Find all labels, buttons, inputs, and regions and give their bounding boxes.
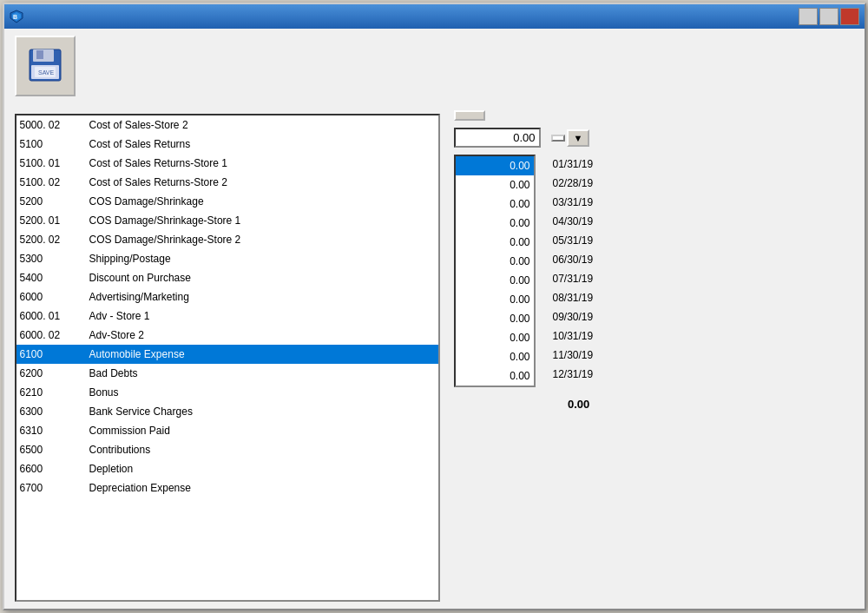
account-name: Bonus: [89, 386, 119, 399]
accounts-list-container: 5000. 02Cost of Sales-Store 25100Cost of…: [15, 114, 440, 602]
account-code: 5100. 02: [20, 176, 89, 188]
account-row[interactable]: 6000Advertising/Marketing: [16, 287, 438, 306]
account-row[interactable]: 5200. 02COS Damage/Shrinkage-Store 2: [16, 230, 438, 249]
account-name: COS Damage/Shrinkage-Store 2: [89, 234, 241, 246]
account-name: Cost of Sales-Store 2: [89, 119, 188, 131]
account-row[interactable]: 6600Depletion: [16, 459, 438, 478]
account-row[interactable]: 6300Bank Service Charges: [16, 402, 438, 421]
account-name: Adv-Store 2: [89, 329, 144, 341]
date-row: 06/30/19: [553, 250, 594, 269]
account-row[interactable]: 6500Contributions: [16, 440, 438, 459]
account-row[interactable]: 6100Automobile Expense: [16, 345, 438, 364]
account-row[interactable]: 5400Discount on Purchase: [16, 268, 438, 287]
account-code: 6500: [20, 444, 89, 456]
account-code: 5200. 01: [20, 214, 89, 227]
left-panel: 5000. 02Cost of Sales-Store 25100Cost of…: [15, 110, 440, 602]
content-area: SAVE 5000. 02Cost of Sales-Store 25100Co…: [4, 29, 865, 609]
values-box: 0.000.000.000.000.000.000.000.000.000.00…: [454, 155, 536, 387]
account-name: COS Damage/Shrinkage-Store 1: [89, 214, 241, 227]
date-row: 04/30/19: [553, 212, 594, 231]
account-code: 5100. 01: [20, 157, 89, 169]
value-row[interactable]: 0.00: [456, 328, 534, 347]
accounts-list[interactable]: 5000. 02Cost of Sales-Store 25100Cost of…: [16, 115, 438, 600]
account-name: Cost of Sales Returns-Store 2: [89, 176, 227, 188]
account-name: Bad Debts: [89, 367, 138, 379]
account-row[interactable]: 6000. 02Adv-Store 2: [16, 326, 438, 345]
date-row: 11/30/19: [553, 346, 594, 365]
account-row[interactable]: 6000. 01Adv - Store 1: [16, 306, 438, 326]
annualize-button[interactable]: [454, 110, 485, 121]
main-window: B SAVE: [3, 3, 866, 610]
account-code: 6000: [20, 291, 89, 303]
value-row[interactable]: 0.00: [456, 271, 534, 290]
value-row[interactable]: 0.00: [456, 309, 534, 328]
account-row[interactable]: 6210Bonus: [16, 383, 438, 402]
account-code: 5100: [20, 138, 89, 150]
date-row: 05/31/19: [553, 231, 594, 250]
dates-column: 01/31/1902/28/1903/31/1904/30/1905/31/19…: [553, 155, 594, 387]
title-bar: B: [4, 4, 865, 29]
title-bar-left: B: [10, 10, 29, 23]
account-code: 6700: [20, 482, 89, 494]
account-code: 5000. 02: [20, 119, 89, 131]
account-name: Cost of Sales Returns-Store 1: [89, 157, 227, 169]
value-row[interactable]: 0.00: [456, 156, 534, 175]
value-row[interactable]: 0.00: [456, 214, 534, 233]
right-panel: ▼ 0.000.000.000.000.000.000.000.000.000.…: [454, 110, 594, 602]
account-code: 6100: [20, 348, 89, 360]
account-row[interactable]: 5100. 01Cost of Sales Returns-Store 1: [16, 154, 438, 173]
account-name: Discount on Purchase: [89, 272, 191, 284]
account-row[interactable]: 5000. 02Cost of Sales-Store 2: [16, 115, 438, 135]
values-area: 0.000.000.000.000.000.000.000.000.000.00…: [454, 155, 594, 387]
date-row: 07/31/19: [553, 269, 594, 288]
account-name: COS Damage/Shrinkage: [89, 195, 204, 208]
annualize-row: [454, 110, 594, 121]
date-dropdown-arrow[interactable]: ▼: [567, 129, 590, 147]
account-row[interactable]: 5100Cost of Sales Returns: [16, 135, 438, 154]
value-row[interactable]: 0.00: [456, 366, 534, 386]
toolbar: SAVE: [15, 36, 854, 105]
svg-rect-5: [36, 50, 43, 59]
account-row[interactable]: 6700Depreciation Expense: [16, 478, 438, 498]
account-row[interactable]: 5200. 01COS Damage/Shrinkage-Store 1: [16, 211, 438, 230]
maximize-button[interactable]: [819, 8, 838, 25]
value-row[interactable]: 0.00: [456, 252, 534, 271]
account-code: 6000. 01: [20, 310, 89, 322]
svg-text:B: B: [13, 14, 17, 20]
account-row[interactable]: 5200COS Damage/Shrinkage: [16, 192, 438, 211]
app-icon: B: [10, 10, 23, 23]
account-code: 6310: [20, 425, 89, 437]
account-name: Advertising/Marketing: [89, 291, 189, 303]
date-row: 02/28/19: [553, 174, 594, 193]
save-button[interactable]: SAVE: [15, 36, 76, 96]
account-code: 5300: [20, 253, 89, 265]
date-row: 12/31/19: [553, 365, 594, 384]
account-name: Shipping/Postage: [89, 253, 171, 265]
date-row: 01/31/19: [553, 155, 594, 174]
account-code: 6210: [20, 386, 89, 399]
account-row[interactable]: 5300Shipping/Postage: [16, 249, 438, 268]
value-row[interactable]: 0.00: [456, 347, 534, 366]
close-button[interactable]: [840, 8, 859, 25]
account-row[interactable]: 6200Bad Debts: [16, 364, 438, 383]
date-row: 08/31/19: [553, 288, 594, 307]
date-row: 09/30/19: [553, 307, 594, 326]
account-name: Contributions: [89, 444, 151, 456]
amount-input[interactable]: [454, 128, 541, 148]
value-row[interactable]: 0.00: [456, 233, 534, 252]
value-row[interactable]: 0.00: [456, 194, 534, 214]
account-row[interactable]: 5100. 02Cost of Sales Returns-Store 2: [16, 173, 438, 192]
minimize-button[interactable]: [799, 8, 818, 25]
account-name: Automobile Expense: [89, 348, 185, 360]
account-code: 5200: [20, 195, 89, 208]
account-code: 6600: [20, 463, 89, 475]
account-code: 6300: [20, 405, 89, 418]
value-row[interactable]: 0.00: [456, 175, 534, 194]
account-code: 5200. 02: [20, 234, 89, 246]
date-row: 10/31/19: [553, 326, 594, 346]
account-row[interactable]: 6310Commission Paid: [16, 421, 438, 440]
value-row[interactable]: 0.00: [456, 290, 534, 309]
account-code: 6000. 02: [20, 329, 89, 341]
date-dropdown[interactable]: [551, 135, 565, 142]
floppy-disk-icon: SAVE: [28, 48, 62, 82]
